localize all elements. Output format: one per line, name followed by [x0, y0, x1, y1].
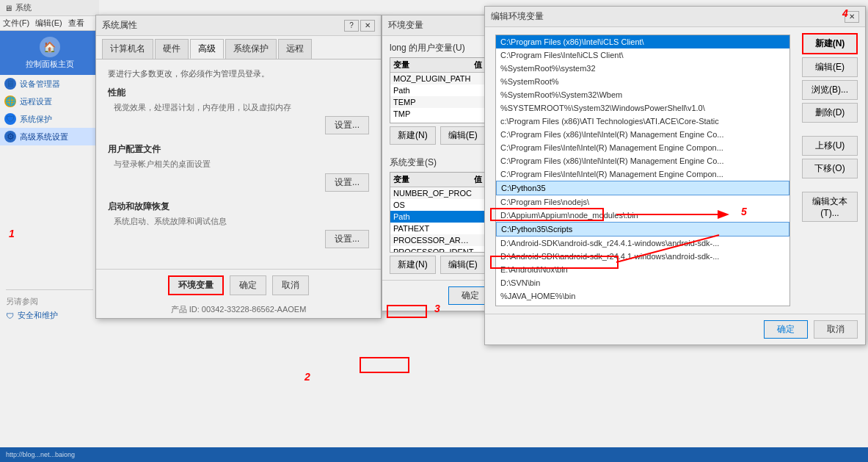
env-vars-btn[interactable]: 环境变量 — [168, 275, 224, 295]
sys-var-name-5: PROCESSOR_IDENT — [393, 248, 474, 253]
edit-env-entry-7[interactable]: C:\Program Files (x86)\Intel\Intel(R) Ma… — [496, 128, 789, 141]
sidebar-item-device-manager[interactable]: 🖥 设备管理器 — [0, 75, 99, 93]
spacer — [802, 126, 858, 133]
sidebar-item-advanced-settings[interactable]: ⚙ 高级系统设置 — [0, 128, 99, 145]
sidebar: 🖥 设备管理器 🌐 远程设置 🛡 系统保护 ⚙ 高级系统设置 — [0, 75, 99, 145]
startup-recovery-settings-btn[interactable]: 设置... — [325, 230, 369, 248]
user-profiles-title: 用户配置文件 — [108, 143, 369, 156]
main-menu: 文件(F) 编辑(E) 查看 — [0, 16, 99, 31]
edit-env-ok-btn[interactable]: 确定 — [764, 320, 808, 339]
edit-env-entry-4[interactable]: %SystemRoot%\System32\Wbem — [496, 88, 789, 101]
edit-env-entry-10[interactable]: C:\Program Files\Intel\Intel(R) Manageme… — [496, 167, 789, 181]
sidebar-item-label: 设备管理器 — [20, 79, 60, 90]
user-var-name-2: TEMP — [393, 98, 474, 107]
edit-env-entry-13[interactable]: D:\Appium\Appium\node_modules\.bin — [496, 209, 789, 222]
system-props-close-btn[interactable]: ✕ — [360, 20, 375, 32]
system-props-ok-btn[interactable]: 确定 — [230, 275, 266, 295]
cp-title-text: 控制面板主页 — [26, 59, 74, 70]
edit-env-entry-19[interactable]: %JAVA_HOME%\bin — [496, 289, 789, 303]
system-props-title: 系统属性 — [102, 19, 137, 32]
edit-env-entry-11[interactable]: C:\Python35 — [496, 181, 789, 195]
system-props-cancel-btn[interactable]: 取消 — [272, 275, 309, 295]
edit-env-browse-btn[interactable]: 浏览(B)... — [802, 80, 858, 100]
edit-env-new-btn[interactable]: 新建(N) — [802, 33, 858, 54]
dialog-edit-env: 编辑环境变量 ✕ C:\Program Files (x86)\Intel\iC… — [484, 6, 866, 345]
user-profiles-desc: 与登录帐户相关的桌面设置 — [114, 159, 369, 170]
edit-env-entry-14[interactable]: C:\Python35\Scripts — [496, 222, 789, 237]
performance-settings-btn[interactable]: 设置... — [325, 116, 369, 134]
product-id: 产品 ID: 00342-33228-86562-AAOEM — [96, 301, 381, 318]
edit-env-entry-12[interactable]: C:\Program Files\nodejs\ — [496, 195, 789, 209]
edit-env-close-btn[interactable]: ✕ — [845, 11, 859, 23]
sys-var-name-0: NUMBER_OF_PROC — [393, 189, 474, 198]
cp-header[interactable]: 🏠 控制面板主页 — [0, 31, 99, 75]
edit-env-entry-5[interactable]: %SYSTEMROOT%\System32\WindowsPowerShell\… — [496, 101, 789, 115]
edit-env-entry-8[interactable]: C:\Program Files\Intel\Intel(R) Manageme… — [496, 141, 789, 154]
edit-env-entry-16[interactable]: D:\Android-SDK\android-sdk_r24.4.1-windo… — [496, 250, 789, 263]
tab-hardware[interactable]: 硬件 — [155, 39, 189, 59]
tab-system-protection[interactable]: 系统保护 — [225, 39, 277, 59]
performance-title: 性能 — [108, 87, 369, 99]
user-new-btn[interactable]: 新建(N) — [390, 126, 436, 145]
sidebar-item-security[interactable]: 🛡 安全和维护 — [6, 307, 93, 324]
startup-recovery-desc: 系统启动、系统故障和调试信息 — [114, 216, 369, 227]
main-titlebar: 🖥 系统 — [0, 0, 99, 16]
edit-env-entry-3[interactable]: %SystemRoot% — [496, 75, 789, 88]
edit-env-entry-6[interactable]: c:\Program Files (x86)\ATI Technologies\… — [496, 115, 789, 128]
edit-env-edit-text-btn[interactable]: 编辑文本(T)... — [802, 192, 858, 222]
edit-env-entry-15[interactable]: D:\Android-SDK\android-sdk_r24.4.1-windo… — [496, 237, 789, 250]
edit-env-entry-9[interactable]: C:\Program Files (x86)\Intel\Intel(R) Ma… — [496, 154, 789, 167]
sys-edit-btn[interactable]: 编辑(E) — [440, 256, 486, 274]
startup-recovery-section: 启动和故障恢复 系统启动、系统故障和调试信息 设置... — [108, 201, 369, 248]
edit-env-edit-btn[interactable]: 编辑(E) — [802, 57, 858, 77]
user-var-name-1: Path — [393, 86, 474, 95]
sys-var-name-4: PROCESSOR_ARCHI — [393, 236, 474, 245]
url-text: http://blog...net...baiong — [6, 451, 75, 458]
tab-computer-name[interactable]: 计算机名 — [102, 39, 153, 59]
edit-env-entry-17[interactable]: E:\Android\Nox\bin — [496, 263, 789, 276]
performance-section: 性能 视觉效果，处理器计划，内存使用，以及虚拟内存 设置... — [108, 87, 369, 134]
menu-view[interactable]: 查看 — [68, 18, 84, 29]
sys-var-name-3: PATHEXT — [393, 224, 474, 233]
sys-new-btn[interactable]: 新建(N) — [390, 256, 436, 274]
system-props-help-btn[interactable]: ? — [344, 20, 359, 32]
menu-file[interactable]: 文件(F) — [3, 18, 29, 29]
security-icon: 🛡 — [6, 311, 14, 320]
sidebar-item-label: 高级系统设置 — [20, 131, 68, 142]
main-title: 系统 — [15, 2, 32, 13]
dialog-system-props: 系统属性 ? ✕ 计算机名 硬件 高级 系统保护 远程 要进行大多数更改，你必须… — [95, 15, 382, 319]
security-label: 安全和维护 — [18, 310, 58, 321]
spacer2 — [802, 181, 858, 189]
edit-env-entry-18[interactable]: D:\SVN\bin — [496, 276, 789, 289]
edit-env-entry-0[interactable]: C:\Program Files (x86)\Intel\iCLS Client… — [496, 35, 789, 48]
menu-edit[interactable]: 编辑(E) — [35, 18, 62, 29]
sidebar-item-label: 系统保护 — [20, 114, 52, 125]
system-props-wm-btns: ? ✕ — [344, 20, 375, 32]
sys-var-name-1: OS — [393, 201, 474, 209]
sidebar-item-remote-settings[interactable]: 🌐 远程设置 — [0, 93, 99, 110]
edit-env-titlebar: 编辑环境变量 ✕ — [485, 7, 865, 27]
tab-advanced[interactable]: 高级 — [190, 39, 224, 59]
sidebar-item-system-protection[interactable]: 🛡 系统保护 — [0, 110, 99, 128]
tab-remote[interactable]: 远程 — [278, 39, 312, 59]
divider — [6, 289, 93, 290]
user-edit-btn[interactable]: 编辑(E) — [440, 126, 486, 145]
user-var-name-0: MOZ_PLUGIN_PATH — [393, 74, 474, 83]
edit-env-cancel-btn[interactable]: 取消 — [814, 320, 858, 339]
admin-warning: 要进行大多数更改，你必须作为管理员登录。 — [108, 68, 369, 79]
edit-env-title: 编辑环境变量 — [491, 10, 544, 23]
user-profiles-settings-btn[interactable]: 设置... — [325, 173, 369, 192]
edit-env-entry-1[interactable]: C:\Program Files\Intel\iCLS Client\ — [496, 48, 789, 62]
edit-env-move-up-btn[interactable]: 上移(U) — [802, 136, 858, 156]
edit-env-entry-20[interactable]: %JAVA_HOME%\jre\bin — [496, 303, 789, 306]
edit-env-move-down-btn[interactable]: 下移(O) — [802, 159, 858, 178]
edit-env-entry-2[interactable]: %SystemRoot%\system32 — [496, 62, 789, 75]
cp-icon: 🏠 — [40, 37, 60, 57]
system-props-tabs: 计算机名 硬件 高级 系统保护 远程 — [96, 36, 381, 59]
user-profiles-section: 用户配置文件 与登录帐户相关的桌面设置 设置... — [108, 143, 369, 191]
edit-env-list[interactable]: C:\Program Files (x86)\Intel\iCLS Client… — [495, 35, 790, 306]
user-var-name-3: TMP — [393, 109, 474, 118]
edit-env-delete-btn[interactable]: 删除(D) — [802, 103, 858, 123]
sidebar-item-label: 远程设置 — [20, 96, 52, 107]
env-vars-title: 环境变量 — [388, 19, 423, 32]
